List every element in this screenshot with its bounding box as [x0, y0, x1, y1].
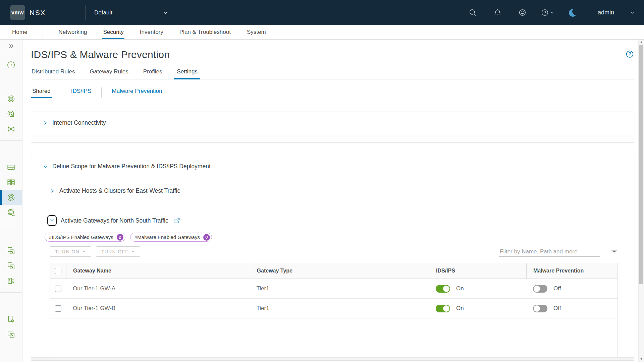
- table-row: Our Tier-1 GW-B Tier1 On Off: [50, 299, 618, 318]
- row-checkbox[interactable]: [55, 286, 61, 292]
- theme-moon-icon[interactable]: [560, 8, 585, 18]
- sidebar-item-settings[interactable]: [0, 311, 22, 326]
- search-icon[interactable]: [461, 8, 485, 17]
- scrollbar-up-arrow[interactable]: ▲: [639, 40, 644, 44]
- gateways-section-header: Activate Gateways for North South Traffi…: [47, 215, 634, 226]
- column-header-malware-prevention[interactable]: Malware Prevention: [533, 268, 584, 274]
- chevron-down-icon: [163, 10, 168, 15]
- scope-selector-dropdown[interactable]: Default: [94, 9, 168, 16]
- sidebar-item-network-traffic[interactable]: [0, 121, 22, 136]
- main-content: IDS/IPS & Malware Prevention Distributed…: [22, 40, 644, 362]
- gateways-collapse-toggle[interactable]: [47, 215, 57, 226]
- malware-prevention-state: Off: [553, 305, 561, 312]
- sidebar-item-network-introspection[interactable]: [0, 258, 22, 273]
- row-checkbox[interactable]: [55, 305, 61, 312]
- subtab-malware-prevention[interactable]: Malware Prevention: [110, 88, 163, 97]
- badge-label: #Malware Enabled Gateways: [135, 234, 200, 240]
- notifications-bell-icon[interactable]: [485, 8, 510, 17]
- tab-gateway-rules[interactable]: Gateway Rules: [89, 68, 129, 79]
- nav-item-inventory[interactable]: Inventory: [139, 25, 164, 39]
- copy-squares-arrow-icon: [7, 246, 15, 255]
- chevron-down-icon: [43, 164, 48, 169]
- scrollbar-thumb[interactable]: [639, 45, 643, 284]
- user-menu[interactable]: admin: [598, 9, 635, 16]
- filter-icon[interactable]: [610, 248, 618, 256]
- ids-ips-enabled-gateways-badge[interactable]: #IDS/IPS Enabled Gateways 2: [45, 233, 125, 242]
- define-scope-toggle[interactable]: Define Scope for Malware Prevention & ID…: [31, 154, 634, 170]
- scope-selector-value: Default: [94, 9, 112, 16]
- document-gear-icon: [7, 315, 15, 323]
- malware-prevention-toggle[interactable]: [533, 285, 547, 293]
- copy-squares-arrow-icon: [7, 261, 15, 270]
- turn-on-button[interactable]: TURN ON: [50, 246, 91, 257]
- section-title: Define Scope for Malware Prevention & ID…: [52, 163, 211, 170]
- hosts-clusters-toggle[interactable]: Activate Hosts & Clusters for East-West …: [50, 187, 634, 194]
- sidebar-item-ids-ips-malware-prevention[interactable]: [0, 190, 22, 205]
- select-all-checkbox[interactable]: [55, 268, 61, 274]
- firewall-panels-icon: [7, 178, 15, 187]
- badge-count: 2: [117, 234, 123, 241]
- chevron-down-icon: [550, 11, 554, 14]
- vertical-scrollbar[interactable]: ▲ ▼: [638, 40, 644, 362]
- vmware-logo[interactable]: vmw: [10, 5, 25, 20]
- sidebar-item-suspicious-traffic[interactable]: [0, 106, 22, 121]
- external-link-icon[interactable]: [174, 217, 180, 224]
- sidebar-item-general-settings[interactable]: [0, 326, 22, 342]
- nav-item-networking[interactable]: Networking: [58, 25, 88, 39]
- building-shield-icon: [7, 277, 15, 285]
- malware-enabled-gateways-badge[interactable]: #Malware Enabled Gateways 0: [130, 233, 212, 242]
- column-header-gateway-type[interactable]: Gateway Type: [257, 268, 292, 274]
- sidebar-item-url-filtering[interactable]: [0, 205, 22, 220]
- internet-connectivity-toggle[interactable]: Internet Connectivity: [31, 112, 634, 134]
- filter-input[interactable]: [499, 247, 600, 257]
- help-menu[interactable]: [535, 8, 560, 17]
- gateways-table: Gateway Name Gateway Type IDS/IPS Malwar…: [50, 263, 618, 357]
- header-divider: [85, 5, 86, 20]
- sidebar-item-endpoint-protection[interactable]: [0, 243, 22, 258]
- sidebar-item-security-overview[interactable]: [0, 57, 22, 72]
- username: admin: [598, 9, 614, 16]
- sidebar-expand-button[interactable]: [0, 40, 22, 53]
- badge-label: #IDS/IPS Enabled Gateways: [49, 234, 113, 240]
- sidebar-item-gateway-firewall[interactable]: [0, 175, 22, 190]
- column-header-ids-ips[interactable]: IDS/IPS: [436, 268, 455, 274]
- malware-prevention-state: Off: [553, 285, 561, 292]
- sidebar-item-distributed-firewall[interactable]: [0, 160, 22, 175]
- malware-prevention-toggle[interactable]: [533, 305, 547, 312]
- section-title: Internet Connectivity: [52, 119, 106, 126]
- chevron-right-icon: [43, 120, 48, 126]
- nav-item-security[interactable]: Security: [102, 25, 124, 39]
- nav-item-plan-troubleshoot[interactable]: Plan & Troubleshoot: [179, 25, 231, 39]
- gauge-overview-icon: [7, 61, 15, 69]
- nav-item-home[interactable]: Home: [11, 25, 28, 39]
- nav-item-system[interactable]: System: [246, 25, 267, 39]
- sidebar-item-identity-firewall[interactable]: [0, 273, 22, 288]
- ids-ips-toggle[interactable]: [436, 285, 450, 293]
- page-help-icon[interactable]: [625, 50, 634, 60]
- sidebar-item-threat-detection[interactable]: [0, 91, 22, 106]
- badge-count: 0: [203, 234, 210, 241]
- subtab-shared[interactable]: Shared: [31, 88, 52, 97]
- column-header-gateway-name[interactable]: Gateway Name: [73, 268, 111, 274]
- tab-settings[interactable]: Settings: [176, 68, 198, 79]
- feedback-smiley-icon[interactable]: [510, 8, 535, 17]
- product-name: NSX: [30, 9, 46, 17]
- firewall-wall-icon: [7, 163, 15, 172]
- subtab-divider: [61, 87, 61, 98]
- gateways-toolbar: TURN ON TURN OFF: [50, 246, 618, 257]
- target-circles-icon: [7, 95, 15, 103]
- scrollbar-down-arrow[interactable]: ▼: [639, 357, 644, 361]
- expand-double-chevron-icon: [8, 43, 14, 50]
- section-title: Activate Gateways for North South Traffi…: [61, 217, 168, 224]
- subtab-ids-ips[interactable]: IDS/IPS: [70, 88, 93, 97]
- brand: vmw NSX: [0, 5, 85, 20]
- tab-distributed-rules[interactable]: Distributed Rules: [31, 68, 75, 79]
- internet-connectivity-section: Internet Connectivity: [31, 112, 634, 143]
- header-actions: admin: [461, 5, 644, 20]
- ids-ips-toggle[interactable]: [436, 305, 450, 312]
- card-footer: [31, 134, 634, 142]
- gateway-type: Tier1: [257, 285, 269, 292]
- turn-off-button[interactable]: TURN OFF: [96, 246, 140, 257]
- chevron-down-icon: [82, 250, 86, 253]
- tab-profiles[interactable]: Profiles: [143, 68, 163, 79]
